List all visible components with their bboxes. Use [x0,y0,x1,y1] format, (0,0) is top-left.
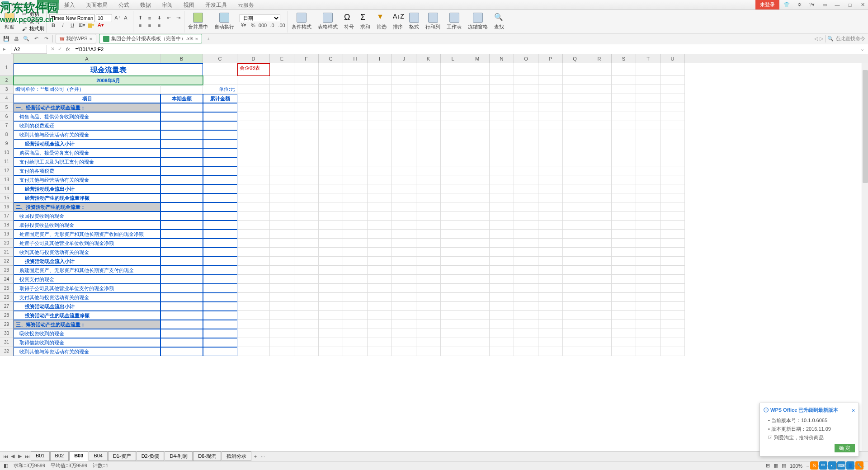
menu-页面布局[interactable]: 页面布局 [80,0,113,10]
line-item[interactable]: 经营活动现金流入小计 [14,139,160,148]
row-header[interactable]: 16 [0,202,13,212]
sheet-tab-B04[interactable]: B04 [89,451,108,461]
col-header[interactable]: D [237,54,270,63]
line-item[interactable]: 经营活动产生的现金流量净额 [14,193,160,202]
sheet-tab-B02[interactable]: B02 [50,451,69,461]
align-left-icon[interactable]: ≡ [136,22,144,29]
fill-color-icon[interactable]: ▆▾ [87,22,95,29]
menu-审阅[interactable]: 审阅 [156,0,178,10]
cancel-icon[interactable]: ✕ [49,46,56,53]
align-bottom-icon[interactable]: ⬇ [155,14,163,22]
merge-center-button[interactable]: 合并居中 [185,11,211,32]
font-color-icon[interactable]: A▾ [97,22,105,29]
row-header[interactable]: 22 [0,257,13,266]
underline-icon[interactable]: U [68,22,76,29]
menu-开始[interactable]: 开始 [37,0,59,10]
row-header[interactable]: 27 [0,302,13,311]
line-item[interactable]: 支付的各项税费 [14,166,160,175]
col-header[interactable]: C [203,54,237,63]
formula-input[interactable] [73,45,857,54]
col-header[interactable]: M [465,54,490,63]
line-item[interactable]: 投资活动产生的现金流量净额 [14,311,160,320]
row-header[interactable]: 2 [0,76,13,85]
menu-开发工具[interactable]: 开发工具 [200,0,232,10]
undo-icon[interactable]: ↶ [33,35,40,42]
col-header[interactable]: N [490,54,514,63]
line-item[interactable]: 三、筹资活动产生的现金流量： [14,320,160,329]
nav-back-icon[interactable]: ◁ [814,36,818,42]
comma-icon[interactable]: 000 [259,22,267,29]
col-header[interactable]: I [368,54,392,63]
col-header[interactable]: R [587,54,612,63]
symbol-button[interactable]: Ω符号 [341,11,357,32]
menu-云服务[interactable]: 云服务 [232,0,259,10]
command-search[interactable]: 点此查找命令 [835,35,865,42]
row-header[interactable]: 32 [0,347,13,356]
row-header[interactable]: 13 [0,175,13,184]
zoom-level[interactable]: 100% [790,463,802,469]
paste-button[interactable]: 粘贴 [2,11,17,32]
increase-font-icon[interactable]: A⁺ [113,14,122,22]
ime-tool-icon[interactable]: 🔧 [855,461,863,470]
close-tab-icon[interactable]: × [195,36,198,42]
restore-icon[interactable]: ▭ [819,0,830,9]
row-header[interactable]: 17 [0,212,13,221]
line-item[interactable]: 取得借款收到的现金 [14,338,160,347]
col-current[interactable]: 本期金额 [160,94,203,103]
ime-login-icon[interactable]: 👤 [846,461,854,470]
view-normal-icon[interactable]: ⊞ [766,463,770,469]
sheet-tab-D4-利润[interactable]: D4-利润 [165,451,193,461]
name-box[interactable]: A2 [11,45,47,54]
row-header[interactable]: 14 [0,184,13,193]
row-header[interactable]: 18 [0,221,13,230]
col-header[interactable]: J [392,54,416,63]
row-header[interactable]: 31 [0,338,13,347]
sum-button[interactable]: Σ求和 [358,11,373,32]
align-center-icon[interactable]: ≡ [146,22,154,29]
select-all-corner[interactable] [0,54,14,63]
sheet-tab-B03[interactable]: B03 [69,451,88,461]
fx-icon[interactable]: fx [63,47,73,52]
row-header[interactable]: 30 [0,329,13,338]
format-button[interactable]: 格式 [406,11,422,32]
sheet-title[interactable]: 现金流量表 [14,63,203,76]
print-preview-icon[interactable]: 🔍 [23,35,30,42]
line-item[interactable]: 投资活动现金流出小计 [14,302,160,311]
line-item[interactable]: 一、经营活动产生的现金流量： [14,103,160,112]
unit-label[interactable]: 单位:元 [203,85,237,94]
expand-formula-icon[interactable]: ⌄ [860,46,864,52]
line-item[interactable]: 购建固定资产、无形资产和其他长期资产支付的现金 [14,266,160,275]
accept-icon[interactable]: ✓ [56,46,63,53]
first-sheet-icon[interactable]: ⏮ [2,453,9,460]
ime-lang-icon[interactable]: 中 [819,461,827,470]
row-header[interactable]: 12 [0,166,13,175]
row-header[interactable]: 6 [0,112,13,121]
row-header[interactable]: 28 [0,311,13,320]
row-header[interactable]: 21 [0,248,13,257]
row-header[interactable]: 23 [0,266,13,275]
minimize-icon[interactable]: — [832,0,843,9]
col-header[interactable]: F [294,54,319,63]
row-header[interactable]: 5 [0,103,13,112]
row-header[interactable]: 8 [0,130,13,139]
close-tab-icon[interactable]: × [89,36,92,42]
decrease-font-icon[interactable]: A⁻ [123,14,131,22]
cond-format-button[interactable]: 条件格式 [289,11,314,32]
line-item[interactable]: 支付给职工以及为职工支付的现金 [14,157,160,166]
nav-fwd-icon[interactable]: ▷ [820,36,823,42]
sheet-tab-抵消分录[interactable]: 抵消分录 [222,451,251,461]
auto-wrap-button[interactable]: 自动换行 [212,11,237,32]
worksheet-button[interactable]: 工作表 [444,11,464,32]
prep-by[interactable]: 编制单位：**集团公司（合并） [14,85,160,94]
print-icon[interactable]: 🖶 [13,35,20,42]
row-header[interactable]: 15 [0,193,13,202]
line-item[interactable]: 投资活动现金流入小计 [14,257,160,266]
help-icon[interactable]: ?▾ [807,0,817,9]
col-header[interactable]: L [441,54,465,63]
next-sheet-icon[interactable]: ▶ [16,453,24,460]
sort-button[interactable]: A↓Z排序 [390,11,406,32]
increase-decimal-icon[interactable]: .0 [268,22,276,29]
sheet-tab-B01[interactable]: B01 [31,451,50,461]
login-button[interactable]: 未登录 [755,0,779,9]
col-header[interactable]: U [660,54,685,63]
